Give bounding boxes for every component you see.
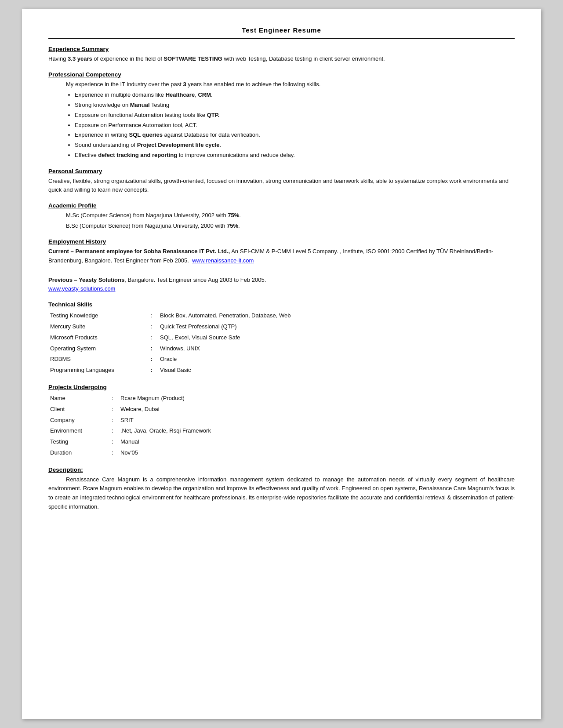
proj-colon: : (110, 426, 119, 437)
proj-value: Welcare, Dubai (119, 404, 515, 415)
table-row: Client : Welcare, Dubai (48, 404, 515, 415)
technical-skills-heading: Technical Skills (48, 301, 515, 308)
projects-undergoing-section: Projects Undergoing Name : Rcare Magnum … (48, 384, 515, 459)
table-row: Microsoft Products : SQL, Excel, Visual … (48, 332, 515, 343)
employment-history-section: Employment History Current – Permanent e… (48, 238, 515, 293)
proj-label: Environment (48, 426, 110, 437)
proj-value: Rcare Magnum (Product) (119, 393, 515, 404)
list-item: Experience in multiple domains like Heal… (75, 91, 515, 100)
proj-label: Testing (48, 437, 110, 448)
skill-name: Operating System (48, 343, 145, 354)
experience-summary-heading: Experience Summary (48, 46, 515, 52)
skill-name: Mercury Suite (48, 321, 145, 332)
skill-colon: : (145, 332, 158, 343)
description-body: Renaissance Care Magnum is a comprehensi… (48, 475, 515, 512)
personal-summary-heading: Personal Summary (48, 168, 515, 175)
skill-name: Testing Knowledge (48, 310, 145, 321)
table-row: Duration : Nov'05 (48, 448, 515, 459)
personal-summary-body: Creative, flexible, strong organizationa… (48, 177, 515, 194)
skill-value: Quick Test Professional (QTP) (158, 321, 515, 332)
academic-profile-section: Academic Profile M.Sc (Computer Science)… (48, 202, 515, 230)
academic-profile-heading: Academic Profile (48, 202, 515, 209)
proj-value: Manual (119, 437, 515, 448)
academic-profile-body: M.Sc (Computer Science) from Nagarjuna U… (66, 211, 515, 230)
skill-name: Programming Languages (48, 365, 145, 376)
projects-undergoing-heading: Projects Undergoing (48, 384, 515, 390)
table-row: Operating System : Windows, UNIX (48, 343, 515, 354)
experience-summary-body: Having 3.3 years of experience in the fi… (48, 55, 515, 63)
proj-value: SRIT (119, 415, 515, 426)
list-item: Sound understanding of Project Developme… (75, 141, 515, 150)
employment-history-body: Current – Permanent employee for Sobha R… (48, 247, 515, 293)
table-row: Testing Knowledge : Block Box, Automated… (48, 310, 515, 321)
title-divider (48, 38, 515, 39)
professional-competency-body: My experience in the IT industry over th… (48, 80, 515, 160)
resume-page: Test Engineer Resume Experience Summary … (22, 9, 541, 719)
proj-label: Client (48, 404, 110, 415)
proj-colon: : (110, 448, 119, 459)
table-row: RDBMS : Oracle (48, 354, 515, 365)
proj-label: Company (48, 415, 110, 426)
renaissance-link[interactable]: www.renaissance-it.com (192, 257, 254, 264)
competency-list: Experience in multiple domains like Heal… (75, 91, 515, 160)
current-employment: Current – Permanent employee for Sobha R… (48, 247, 515, 265)
list-item: Effective defect tracking and reporting … (75, 151, 515, 160)
table-row: Mercury Suite : Quick Test Professional … (48, 321, 515, 332)
resume-title: Test Engineer Resume (48, 26, 515, 34)
skill-colon: : (145, 321, 158, 332)
technical-skills-section: Technical Skills Testing Knowledge : Blo… (48, 301, 515, 376)
list-item: Exposure on functional Automation testin… (75, 111, 515, 120)
skill-value: Windows, UNIX (158, 343, 515, 354)
skill-colon: : (145, 343, 158, 354)
proj-label: Name (48, 393, 110, 404)
proj-colon: : (110, 404, 119, 415)
experience-summary-section: Experience Summary Having 3.3 years of e… (48, 46, 515, 63)
description-section: Description: Renaissance Care Magnum is … (48, 466, 515, 512)
yeasty-link[interactable]: www.yeasty-solutions.com (48, 285, 115, 292)
proj-value: .Net, Java, Oracle, Rsqi Framework (119, 426, 515, 437)
list-item: Strong knowledge on Manual Testing (75, 101, 515, 110)
previous-employment: Previous – Yeasty Solutions, Bangalore. … (48, 276, 515, 293)
academic-line-1: M.Sc (Computer Science) from Nagarjuna U… (66, 211, 515, 220)
skill-name: Microsoft Products (48, 332, 145, 343)
proj-colon: : (110, 437, 119, 448)
skill-value: SQL, Excel, Visual Source Safe (158, 332, 515, 343)
academic-line-2: B.Sc (Computer Science) from Nagarjuna U… (66, 222, 515, 230)
table-row: Name : Rcare Magnum (Product) (48, 393, 515, 404)
description-text: Renaissance Care Magnum is a comprehensi… (48, 475, 515, 512)
skill-colon: : (145, 365, 158, 376)
skills-table: Testing Knowledge : Block Box, Automated… (48, 310, 515, 376)
skill-value: Oracle (158, 354, 515, 365)
table-row: Testing : Manual (48, 437, 515, 448)
skill-colon: : (145, 310, 158, 321)
skill-value: Block Box, Automated, Penetration, Datab… (158, 310, 515, 321)
proj-label: Duration (48, 448, 110, 459)
professional-competency-section: Professional Competency My experience in… (48, 71, 515, 160)
skill-name: RDBMS (48, 354, 145, 365)
list-item: Experience in writing SQL queries agains… (75, 131, 515, 140)
personal-summary-section: Personal Summary Creative, flexible, str… (48, 168, 515, 194)
description-heading: Description: (48, 466, 515, 473)
employment-history-heading: Employment History (48, 238, 515, 245)
skill-colon: : (145, 354, 158, 365)
proj-colon: : (110, 393, 119, 404)
table-row: Company : SRIT (48, 415, 515, 426)
professional-competency-heading: Professional Competency (48, 71, 515, 78)
projects-table: Name : Rcare Magnum (Product) Client : W… (48, 393, 515, 459)
technical-skills-body: Testing Knowledge : Block Box, Automated… (48, 310, 515, 376)
list-item: Exposure on Performance Automation tool,… (75, 121, 515, 130)
table-row: Programming Languages : Visual Basic (48, 365, 515, 376)
proj-value: Nov'05 (119, 448, 515, 459)
skill-value: Visual Basic (158, 365, 515, 376)
proj-colon: : (110, 415, 119, 426)
projects-undergoing-body: Name : Rcare Magnum (Product) Client : W… (48, 393, 515, 459)
table-row: Environment : .Net, Java, Oracle, Rsqi F… (48, 426, 515, 437)
